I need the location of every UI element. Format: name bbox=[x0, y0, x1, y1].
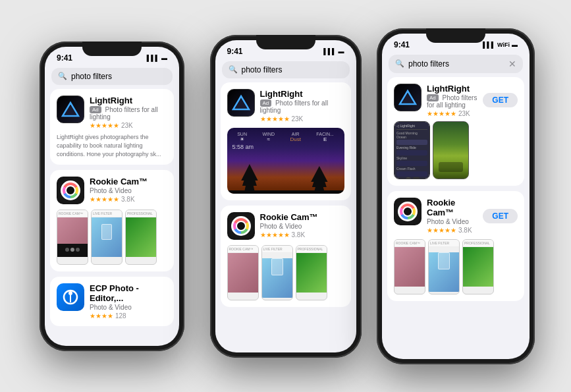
notch-center bbox=[256, 35, 315, 49]
rookiecam-subtitle-right: Photo & Video bbox=[427, 218, 477, 225]
app-card-lightright-center[interactable]: LightRight Ad Photo filters for all ligh… bbox=[221, 82, 351, 201]
lr-ss-1: ◁ LightRight Good Morning Ocean Evening … bbox=[394, 121, 430, 179]
lightright-subtitle-right: Ad Photo filters for all lighting bbox=[427, 94, 477, 109]
notch-right bbox=[426, 28, 485, 43]
phone-right: 9:41 ▌▌▌ WiFi ▬ 🔍 photo filters ✕ bbox=[377, 28, 535, 364]
app-card-rookie-center[interactable]: Rookie Cam™ Photo & Video ★★★★★ 3.8K ROO… bbox=[221, 206, 351, 307]
app-card-lightright-right[interactable]: LightRight Ad Photo filters for all ligh… bbox=[387, 77, 524, 186]
screen-right: 9:41 ▌▌▌ WiFi ▬ 🔍 photo filters ✕ bbox=[382, 34, 530, 359]
rookiecam-info-center: Rookie Cam™ Photo & Video ★★★★★ 3.8K bbox=[260, 212, 344, 238]
rookiecam-info-right: Rookie Cam™ Photo & Video ★★★★★ 3.8K bbox=[427, 198, 477, 234]
weather-facing: FACIN... E bbox=[316, 132, 333, 142]
search-text-right: photo filters bbox=[408, 59, 449, 69]
screen-center: 9:41 ▌▌▌ ▬ 🔍 photo filters bbox=[215, 40, 356, 352]
content-left: LightRight Ad Photo filters for all ligh… bbox=[45, 89, 179, 332]
lightright-info-left: LightRight Ad Photo filters for all ligh… bbox=[90, 96, 167, 130]
rookiecam-rating-right: ★★★★★ 3.8K bbox=[427, 227, 477, 234]
time-left: 9:41 bbox=[57, 53, 72, 63]
tree-scene bbox=[227, 161, 344, 194]
battery-icon: ▬ bbox=[161, 55, 167, 61]
status-icons-left: ▌▌▌ ▬ bbox=[147, 55, 167, 61]
phone-left: 9:41 ▌▌▌ ▬ 🔍 photo filters bbox=[40, 42, 184, 351]
rookiecam-rating-center: ★★★★★ 3.8K bbox=[260, 231, 344, 238]
lightright-subtitle-left: Ad Photo filters for all lighting bbox=[90, 106, 167, 121]
screenshot-right-1: ROOKIE CAM™ bbox=[394, 239, 425, 294]
ecp-rating-left: ★★★★ 128 bbox=[90, 312, 167, 320]
phones-container: 9:41 ▌▌▌ ▬ 🔍 photo filters bbox=[0, 0, 571, 392]
signal-icon-center: ▌▌▌ bbox=[323, 48, 336, 55]
screen-left: 9:41 ▌▌▌ ▬ 🔍 photo filters bbox=[45, 47, 179, 346]
search-bar-left[interactable]: 🔍 photo filters bbox=[51, 68, 173, 85]
ad-badge-left: Ad bbox=[90, 106, 101, 113]
lightright-get-button[interactable]: GET bbox=[483, 93, 518, 107]
weather-wind: WIND ≈ bbox=[262, 132, 275, 142]
search-clear-right[interactable]: ✕ bbox=[508, 59, 516, 69]
ecp-info-left: ECP Photo - Editor,... Photo & Video ★★★… bbox=[90, 283, 167, 320]
lightright-name-left: LightRight bbox=[90, 96, 167, 105]
rookiecam-name-center: Rookie Cam™ bbox=[260, 212, 344, 222]
rookiecam-name-left: Rookie Cam™ bbox=[90, 177, 167, 186]
svg-rect-10 bbox=[227, 190, 344, 194]
lightright-name-right: LightRight bbox=[427, 84, 477, 94]
app-card-rookie-left[interactable]: Rookie Cam™ Photo & Video ★★★★★ 3.8K ROO… bbox=[50, 170, 174, 271]
ad-badge-right: Ad bbox=[427, 94, 439, 101]
lightright-desc-left: LightRight gives photographers the capab… bbox=[57, 133, 167, 158]
screenshot-center-1: ROOKIE CAM™ bbox=[227, 245, 259, 300]
search-bar-center[interactable]: 🔍 photo filters bbox=[222, 61, 350, 78]
rookiecam-icon-right bbox=[394, 198, 421, 225]
lightright-landscape-center: SUN ☀ WIND ≈ AIR Dust bbox=[227, 128, 344, 194]
notch-left bbox=[82, 42, 142, 56]
ecp-name-left: ECP Photo - Editor,... bbox=[90, 283, 167, 303]
content-right: LightRight Ad Photo filters for all ligh… bbox=[382, 77, 530, 307]
weather-air: AIR Dust bbox=[290, 132, 300, 142]
ad-badge-center: Ad bbox=[260, 99, 272, 107]
app-card-rookie-right[interactable]: Rookie Cam™ Photo & Video ★★★★★ 3.8K GET… bbox=[387, 191, 524, 301]
ecp-subtitle-left: Photo & Video bbox=[90, 304, 167, 311]
weather-sun: SUN ☀ bbox=[237, 132, 247, 142]
screenshot-center-2: LIVE FILTER bbox=[261, 245, 293, 300]
search-text-center: photo filters bbox=[242, 65, 283, 74]
rookiecam-info-left: Rookie Cam™ Photo & Video ★★★★★ 3.8K bbox=[90, 177, 167, 203]
app-card-lightright-left[interactable]: LightRight Ad Photo filters for all ligh… bbox=[50, 89, 174, 165]
lightright-info-right: LightRight Ad Photo filters for all ligh… bbox=[427, 84, 477, 118]
status-icons-center: ▌▌▌ ▬ bbox=[323, 48, 344, 55]
rookie-screenshots-right: ROOKIE CAM™ LIVE FILTER PROFESSIONAL bbox=[394, 239, 518, 294]
battery-icon-center: ▬ bbox=[339, 48, 344, 55]
rookiecam-get-button[interactable]: GET bbox=[483, 209, 518, 223]
content-center: LightRight Ad Photo filters for all ligh… bbox=[215, 82, 356, 313]
rookiecam-subtitle-center: Photo & Video bbox=[260, 223, 344, 230]
ecp-icon-left bbox=[57, 283, 84, 311]
lightright-info-center: LightRight Ad Photo filters for all ligh… bbox=[260, 89, 344, 123]
search-icon-right: 🔍 bbox=[395, 59, 404, 68]
lightright-subtitle-center: Ad Photo filters for all lighting bbox=[260, 99, 344, 115]
search-icon-center: 🔍 bbox=[229, 65, 238, 74]
rookiecam-subtitle-left: Photo & Video bbox=[90, 187, 167, 194]
status-icons-right: ▌▌▌ WiFi ▬ bbox=[483, 42, 518, 48]
wifi-icon-right: WiFi bbox=[497, 42, 510, 48]
screenshot-right-3: PROFESSIONAL bbox=[462, 239, 494, 294]
lightright-icon-right bbox=[394, 84, 421, 111]
rookiecam-name-right: Rookie Cam™ bbox=[427, 198, 477, 217]
screenshot-center-3: PROFESSIONAL bbox=[296, 245, 327, 300]
rookiecam-icon-left bbox=[57, 177, 84, 204]
screenshot-2: LIVE FILTER bbox=[91, 210, 122, 265]
lightright-rating-left: ★★★★★ 23K bbox=[90, 122, 167, 129]
weather-time: 5:58 am bbox=[227, 144, 344, 150]
lightright-icon-center bbox=[227, 89, 255, 117]
lightright-icon-left bbox=[57, 96, 84, 123]
screenshot-right-2: LIVE FILTER bbox=[428, 239, 460, 294]
screenshot-1: ROOKIE CAM™ bbox=[57, 210, 88, 265]
rookiecam-rating-left: ★★★★★ 3.8K bbox=[90, 196, 167, 203]
rookiecam-icon-center bbox=[227, 212, 255, 240]
lightright-name-center: LightRight bbox=[260, 89, 344, 99]
search-bar-right[interactable]: 🔍 photo filters ✕ bbox=[389, 55, 523, 73]
lr-ss-2 bbox=[433, 121, 469, 179]
time-center: 9:41 bbox=[227, 47, 243, 56]
lightright-screenshots-right: ◁ LightRight Good Morning Ocean Evening … bbox=[394, 121, 518, 179]
signal-icon: ▌▌▌ bbox=[147, 55, 159, 61]
weather-labels: SUN ☀ WIND ≈ AIR Dust bbox=[227, 128, 344, 144]
search-icon-left: 🔍 bbox=[58, 72, 67, 80]
svg-point-3 bbox=[68, 291, 72, 295]
time-right: 9:41 bbox=[394, 40, 410, 49]
app-card-ecp-left[interactable]: ECP Photo - Editor,... Photo & Video ★★★… bbox=[50, 277, 174, 326]
